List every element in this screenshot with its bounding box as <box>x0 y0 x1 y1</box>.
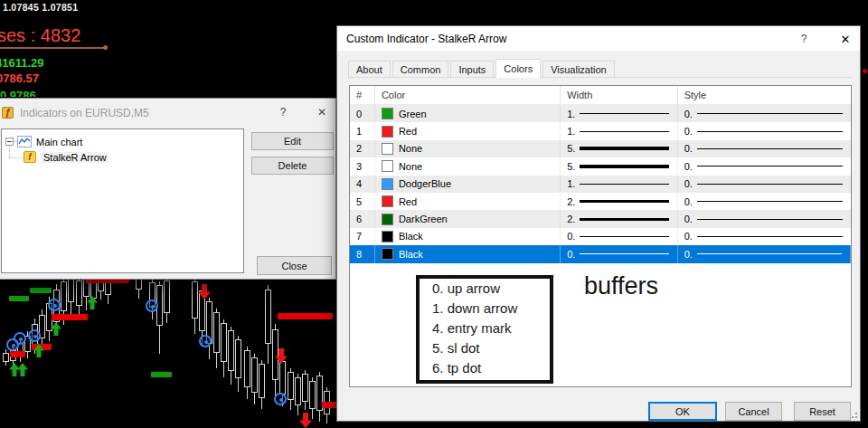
width-cell: 0. <box>561 245 678 262</box>
style-line-sample <box>697 253 842 254</box>
width-cell: 2. <box>561 210 678 227</box>
color-cell: DodgerBlue <box>375 176 561 193</box>
close-icon[interactable]: ✕ <box>835 31 856 47</box>
column-header-color[interactable]: Color <box>375 86 561 104</box>
candlestick-body <box>309 381 316 409</box>
tree-collapse-icon[interactable] <box>5 138 14 146</box>
sl-line-segment <box>52 314 88 320</box>
style-line-sample <box>697 219 843 220</box>
tab-visualization[interactable]: Visualization <box>542 61 615 78</box>
table-body: 0Green1.0.1Red1.0.2None5.0.3None5.0.4Dod… <box>350 105 851 263</box>
color-name: None <box>399 161 422 172</box>
width-line-sample <box>580 253 668 254</box>
candlestick-body <box>68 279 74 302</box>
style-cell: 0. <box>678 228 851 245</box>
delete-button[interactable]: Delete <box>251 157 334 175</box>
edit-button[interactable]: Edit <box>251 132 334 150</box>
color-name: Black <box>399 231 423 242</box>
width-cell: 5. <box>561 140 678 157</box>
width-value: 1. <box>567 126 575 137</box>
indicators-dialog-title: Indicators on EURUSD,M5 <box>20 107 149 119</box>
row-index: 1 <box>350 122 375 139</box>
style-value: 0. <box>684 249 693 260</box>
tab-strip: AboutCommonInputsColorsVisualization <box>348 59 617 78</box>
indicators-dialog: ƒ Indicators on EURUSD,M5 ? ✕ Main chart… <box>0 98 336 280</box>
tab-colors[interactable]: Colors <box>495 59 541 78</box>
annotation-line-2: 4. entry mark <box>420 319 550 338</box>
style-line-sample <box>697 131 843 132</box>
width-line-sample <box>580 184 668 185</box>
entry-mark-circle <box>146 300 158 312</box>
tab-inputs[interactable]: Inputs <box>450 61 494 78</box>
trend-line <box>0 47 103 49</box>
tab-about[interactable]: About <box>348 61 391 78</box>
annotation-line-0: 0. up arrow <box>420 279 550 299</box>
width-value: 5. <box>567 161 575 172</box>
color-name: None <box>399 143 422 154</box>
column-header-style[interactable]: Style <box>678 86 851 104</box>
help-button[interactable]: ? <box>274 104 292 120</box>
entry-mark-circle <box>199 335 212 347</box>
ok-button[interactable]: OK <box>648 402 717 421</box>
resize-grip[interactable] <box>850 411 857 418</box>
dialog-titlebar: Custom Indicator - StalkeR Arrow ? ✕ <box>337 26 860 51</box>
color-table-row-3[interactable]: 3None5.0. <box>350 157 851 175</box>
style-cell: 0. <box>678 245 851 262</box>
color-table-row-6[interactable]: 6DarkGreen2.0. <box>350 210 851 227</box>
color-table-row-0[interactable]: 0Green1.0. <box>350 105 851 122</box>
candlestick-body <box>213 312 220 353</box>
style-cell: 0. <box>678 210 851 227</box>
candlestick-body <box>235 339 241 378</box>
annotation-line-4: 6. tp dot <box>420 358 550 378</box>
width-value: 5. <box>567 143 575 154</box>
width-value: 1. <box>567 109 575 119</box>
style-value: 0. <box>684 161 693 172</box>
candlestick-body <box>3 353 9 362</box>
color-cell: Green <box>375 105 561 122</box>
row-index: 8 <box>350 245 375 262</box>
width-value: 0. <box>567 249 575 260</box>
column-header-width[interactable]: Width <box>561 86 678 104</box>
buffers-annotation-box: 0. up arrow1. down arrow4. entry mark5. … <box>416 275 553 384</box>
style-value: 0. <box>684 231 693 242</box>
indicators-list[interactable]: Main chart f StalkeR Arrow <box>1 128 244 273</box>
reset-button[interactable]: Reset <box>794 402 851 421</box>
tree-node-stalker-arrow[interactable]: f StalkeR Arrow <box>9 151 108 163</box>
trend-line-dot <box>103 45 108 50</box>
style-value: 0. <box>684 196 693 207</box>
column-header-index[interactable]: # <box>350 86 375 104</box>
color-table-row-2[interactable]: 2None5.0. <box>350 140 851 157</box>
color-cell: None <box>375 140 561 157</box>
style-value: 0. <box>684 109 693 119</box>
candlestick-body <box>288 372 294 400</box>
color-table-row-7[interactable]: 7Black0.0. <box>350 228 851 245</box>
candlestick-body <box>244 350 250 387</box>
color-name: Red <box>399 196 417 207</box>
style-value: 0. <box>684 126 693 137</box>
color-cell: Red <box>375 122 561 139</box>
color-table-row-1[interactable]: 1Red1.0. <box>350 122 851 139</box>
cancel-button[interactable]: Cancel <box>725 402 782 421</box>
chart-icon <box>17 136 32 147</box>
tab-common[interactable]: Common <box>392 61 449 78</box>
up-arrow-marker <box>86 296 99 313</box>
color-table-row-4[interactable]: 4DodgerBlue1.0. <box>350 176 851 193</box>
color-table-row-8[interactable]: 8Black0.0. <box>350 245 851 262</box>
close-icon[interactable]: ✕ <box>312 104 332 120</box>
tree-node-label: Main chart <box>36 137 82 147</box>
color-swatch <box>382 231 393 243</box>
close-button[interactable]: Close <box>257 256 332 275</box>
tree-node-main-chart[interactable]: Main chart <box>5 136 82 147</box>
row-index: 4 <box>350 176 375 193</box>
candlestick-body <box>136 279 142 290</box>
style-cell: 0. <box>678 140 851 157</box>
width-line-sample <box>580 236 668 237</box>
candlestick-body <box>251 357 258 393</box>
equity-value: 0786.57 <box>0 71 39 85</box>
style-value: 0. <box>684 178 693 189</box>
color-table-row-5[interactable]: 5Red2.0. <box>350 193 851 210</box>
width-value: 2. <box>567 196 575 207</box>
help-button[interactable]: ? <box>794 31 814 47</box>
down-arrow-marker <box>197 284 212 303</box>
color-name: DodgerBlue <box>399 178 451 189</box>
